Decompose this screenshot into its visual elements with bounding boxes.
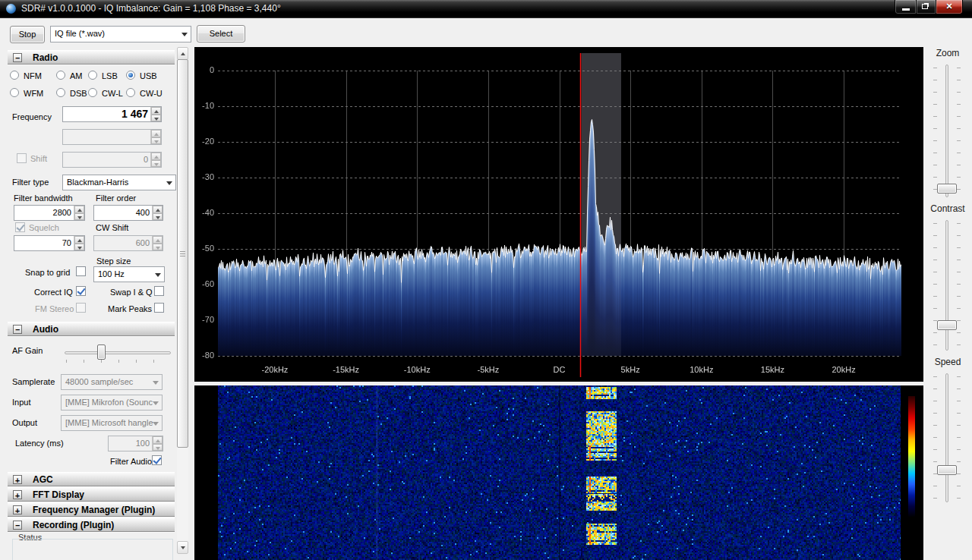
latency-label: Latency (ms) [15,439,64,448]
mark-peaks-checkbox[interactable] [154,303,164,313]
contrast-slider-thumb[interactable] [937,320,957,330]
af-gain-slider-thumb[interactable] [97,344,106,360]
radio-mode-label: CW-U [140,89,163,98]
cw-shift-label: CW Shift [96,223,128,232]
radio-mode-dsb[interactable] [56,88,65,97]
radio-panel-header[interactable]: − Radio [8,50,175,64]
contrast-slider[interactable] [927,220,967,351]
filter-bandwidth-stepper[interactable] [74,206,84,220]
slider-track[interactable] [945,64,948,197]
spin-up-icon [153,236,163,244]
center-value [63,130,150,144]
step-size-value: 100 Hz [98,269,125,278]
squelch-value[interactable]: 70 [14,236,74,250]
spectrum-display[interactable] [194,47,923,382]
scroll-up-icon[interactable] [177,47,188,60]
spin-up-icon[interactable] [74,236,84,244]
spin-up-icon[interactable] [151,107,161,115]
center-stepper [150,130,161,144]
frequency-input[interactable]: 1 467 [62,106,162,122]
select-button[interactable]: Select [197,25,245,42]
radio-mode-cwu[interactable] [126,88,135,97]
source-combobox[interactable]: IQ file (*.wav) [50,26,191,42]
speed-slider-label: Speed [923,357,972,367]
audio-panel-header[interactable]: − Audio [8,322,175,336]
recording-panel-header[interactable]: − Recording (Plugin) [8,518,175,532]
filter-audio-checkbox[interactable] [152,455,162,465]
swap-iq-label: Swap I & Q [110,288,153,297]
close-button[interactable]: ✕ [936,0,963,14]
correct-iq-checkbox[interactable] [76,286,86,296]
squelch-stepper[interactable] [74,236,84,250]
step-size-combobox[interactable]: 100 Hz [93,266,165,282]
radio-mode-usb[interactable] [126,71,135,80]
spin-down-icon [151,160,161,168]
speed-slider-thumb[interactable] [937,465,957,475]
center-input [62,129,162,145]
samplerate-label: Samplerate [12,377,55,386]
snap-to-grid-checkbox[interactable] [76,266,86,276]
zoom-slider[interactable] [927,64,967,197]
collapse-icon[interactable]: − [13,325,22,334]
spin-down-icon[interactable] [153,213,163,221]
slider-track[interactable] [945,220,948,351]
squelch-input[interactable]: 70 [14,235,85,251]
frequency-label: Frequency [12,112,52,121]
zoom-slider-thumb[interactable] [937,184,957,193]
slider-ticks [933,68,937,194]
shift-checkbox [17,153,27,163]
spin-down-icon[interactable] [74,244,84,251]
spin-down-icon[interactable] [74,213,84,221]
frequency-stepper[interactable] [150,107,161,121]
restore-button[interactable] [917,0,936,14]
radio-mode-cwl[interactable] [88,88,97,97]
shift-input: 0 [62,152,162,168]
radio-mode-nfm[interactable] [10,71,19,80]
filter-bandwidth-value[interactable]: 2800 [14,206,74,220]
expand-icon[interactable]: + [13,490,22,499]
frequency-manager-panel-header[interactable]: + Frequency Manager (Plugin) [8,502,175,517]
sidebar-scrollbar[interactable] [177,47,188,554]
frequency-value[interactable]: 1 467 [63,107,150,121]
filter-type-combobox[interactable]: Blackman-Harris [62,175,176,190]
stop-button[interactable]: Stop [10,26,45,43]
window-title: SDR# v1.0.0.1000 - IQ Imbalance: Gain = … [21,3,281,14]
scroll-down-icon[interactable] [177,541,188,554]
slider-track[interactable] [945,373,948,502]
restore-icon [922,4,928,9]
filter-order-value[interactable]: 400 [94,206,152,220]
title-bar[interactable]: SDR# v1.0.0.1000 - IQ Imbalance: Gain = … [0,0,972,18]
cw-shift-input: 600 [93,235,163,251]
radio-mode-lsb[interactable] [88,71,97,80]
radio-mode-wfm[interactable] [10,88,19,97]
panel-title: FFT Display [33,489,84,500]
agc-panel-header[interactable]: + AGC [8,472,175,486]
waterfall-display[interactable] [194,385,923,560]
panel-title: Recording (Plugin) [33,520,114,530]
filter-order-stepper[interactable] [152,206,163,220]
radio-mode-label: DSB [70,89,87,98]
filter-order-label: Filter order [96,193,136,203]
collapse-icon[interactable]: − [13,521,22,530]
spin-down-icon[interactable] [151,115,161,122]
snap-to-grid-label: Snap to grid [25,268,70,277]
minimize-button[interactable] [895,0,917,14]
source-value: IQ file (*.wav) [55,29,105,38]
expand-icon[interactable]: + [13,505,22,514]
scrollbar-thumb[interactable] [177,59,188,448]
spin-up-icon[interactable] [153,206,163,213]
radio-mode-label: USB [140,71,157,80]
speed-slider[interactable] [927,373,967,502]
filter-bandwidth-input[interactable]: 2800 [14,205,85,221]
spin-up-icon [151,130,161,137]
cw-shift-value: 600 [94,236,152,250]
radio-mode-am[interactable] [56,71,65,80]
swap-iq-checkbox[interactable] [154,286,164,296]
collapse-icon[interactable]: − [13,53,22,62]
expand-icon[interactable]: + [13,475,22,484]
slider-ticks [957,68,961,194]
af-gain-slider-track[interactable] [65,351,171,354]
fft-display-panel-header[interactable]: + FFT Display [8,487,175,502]
spin-up-icon[interactable] [74,206,84,213]
filter-order-input[interactable]: 400 [93,205,163,221]
